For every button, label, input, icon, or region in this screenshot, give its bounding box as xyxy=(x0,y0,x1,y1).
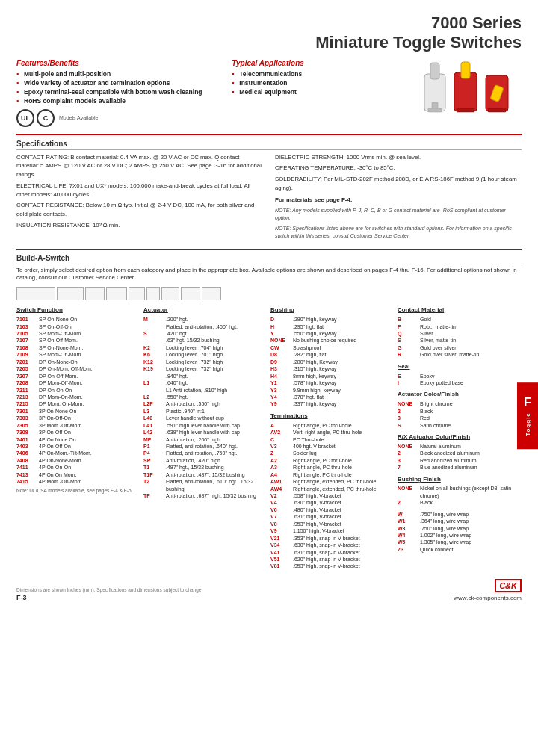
desc: .631" high, snap-in V-bracket xyxy=(293,549,360,556)
code: W1 xyxy=(398,518,418,524)
code: D xyxy=(270,316,291,323)
desc: 4P On-Off-On xyxy=(39,443,71,450)
act-S: S.420" hgt. xyxy=(143,330,268,337)
term-A4: A4Right angle, PC thru-hole xyxy=(270,471,395,478)
desc: DP On-Off-Mom. xyxy=(39,373,78,379)
cm-P: PRobt., matte-tin xyxy=(398,323,522,330)
desc: Flatted, anti rotation, .750" hgt. xyxy=(166,450,238,456)
specs-grid: CONTACT RATING: B contact material: 0.4 … xyxy=(16,153,522,243)
code: W xyxy=(398,511,418,518)
desc: DP On-Mom. Off-Mom. xyxy=(39,365,93,372)
desc: SP Mom-Off-Mom. xyxy=(39,330,82,337)
svg-rect-1 xyxy=(430,63,439,79)
code: AW4 xyxy=(270,486,291,492)
code: E xyxy=(398,373,418,379)
ck-logo: C&K xyxy=(495,579,522,592)
option-7101: 7101SP On-None-On xyxy=(16,316,140,323)
desc: Satin chrome xyxy=(420,422,451,429)
option-7303: 73033P On-Off-On xyxy=(16,415,140,421)
option-7401: 74014P On None On xyxy=(16,436,140,443)
code: 7205 xyxy=(16,365,37,372)
bush-Y: Y.550" high, keyway xyxy=(270,330,395,337)
bushing-term-col: Bushing D.280" high, keyway H.295" hgt. … xyxy=(270,306,395,569)
option-7408: 74084P On-None-Mom. xyxy=(16,457,140,464)
desc: Black anodized aluminum xyxy=(420,450,480,456)
code xyxy=(143,337,164,344)
bushing-finish-title: Bushing Finish xyxy=(398,476,522,484)
code: 7308 xyxy=(16,429,37,436)
spec-electrical-life: ELECTRICAL LIFE: 7X01 and UX* models: 10… xyxy=(16,182,263,199)
app-item: Medical equipment xyxy=(232,88,402,96)
desc: SP On-None-On xyxy=(39,316,77,323)
desc: Gold xyxy=(420,316,431,323)
code: Y3 xyxy=(270,387,291,394)
act-T1: T1.487" hgt., 15/32 bushing xyxy=(143,464,268,471)
code: C xyxy=(270,436,291,443)
code: V7 xyxy=(270,513,291,520)
desc: Locking lever, .732" high xyxy=(166,365,223,372)
desc: DP On-On-On xyxy=(39,387,72,394)
act-K6: K6Locking lever, .701" high xyxy=(143,351,268,358)
spec-dielectric: DIELECTRIC STRENGTH: 1000 Vrms min. @ se… xyxy=(275,153,522,162)
desc: .578" high, keyway xyxy=(293,379,337,386)
code: T1P xyxy=(143,471,164,478)
desc: 1.305" long, wire wrap xyxy=(420,539,471,545)
desc: Black xyxy=(420,408,433,415)
ww-Z3: Z3Quick connect xyxy=(398,546,522,553)
seal-I: IEpoxy potted base xyxy=(398,379,522,386)
spec-solderability: SOLDERABILITY: Per MIL-STD-202F method 2… xyxy=(275,175,522,192)
desc: .840" hgt. xyxy=(166,373,188,379)
act-T1P: T1PAnti-rotation, .487", 15/32 bushing xyxy=(143,471,268,478)
code: M xyxy=(143,316,164,323)
specs-heading: Specifications xyxy=(16,140,522,150)
desc: Flatted, anti-rotation, .640" hgt. xyxy=(166,443,238,450)
build-box-rox xyxy=(181,287,200,300)
term-V7: V7.631" high, V-bracket xyxy=(270,513,395,520)
desc: .282" high, flat xyxy=(293,351,327,358)
option-7107: 7107SP On-Off-Mom. xyxy=(16,337,140,344)
desc: Gold over silver, matte-tin xyxy=(420,351,479,358)
option-7413: 74134P On On Mom. xyxy=(16,471,140,478)
specs-section: Specifications CONTACT RATING: B contact… xyxy=(16,140,522,243)
spec-note-2: NOTE: Specifications listed above are fo… xyxy=(275,225,522,241)
desc: 4P On None On xyxy=(39,436,76,443)
code: Y4 xyxy=(270,394,291,400)
code: R xyxy=(398,351,418,358)
act-flat450: Flatted, anti-rotation, .450" hgt. xyxy=(143,323,268,330)
build-box-actuator xyxy=(57,287,84,300)
code: 7101 xyxy=(16,316,37,323)
wire-wrap-subsection: W.750" long, wire wrap W1.364" long, wir… xyxy=(398,511,522,554)
cm-S: SSilver, matte-tin xyxy=(398,337,522,344)
footer-note: Dimensions are shown Inches (mm). Specif… xyxy=(16,587,202,592)
divider-2 xyxy=(16,249,522,250)
desc: Locking lever, .704" high xyxy=(166,344,223,351)
code: H3 xyxy=(270,365,291,372)
code: V34 xyxy=(270,542,291,548)
act-P1: P1Flatted, anti-rotation, .640" hgt. xyxy=(143,443,268,450)
desc: Silver, matte-tin xyxy=(420,337,456,344)
desc: .280" high, keyway xyxy=(293,316,337,323)
divider-1 xyxy=(16,134,522,135)
code: 2 xyxy=(398,450,418,456)
code: L40 xyxy=(143,415,164,421)
code: 2 xyxy=(398,408,418,415)
act-MP: MPAnti-rotation, .200" high xyxy=(143,436,268,443)
spec-insulation: INSULATION RESISTANCE: 10⁹ Ω min. xyxy=(16,221,263,230)
bush-H: H.295" hgt. flat xyxy=(270,323,395,330)
code: H4 xyxy=(270,373,291,379)
desc: .550" high, keyway xyxy=(293,330,337,337)
desc: .638" high lever handle with cap xyxy=(166,429,240,436)
svg-rect-6 xyxy=(457,108,474,112)
ww-W: W.750" long, wire wrap xyxy=(398,511,522,518)
desc: Black xyxy=(420,499,433,506)
actuator-color-title: Actuator Color/Finish xyxy=(398,391,522,399)
code: 7408 xyxy=(16,457,37,464)
code: Z3 xyxy=(398,546,418,553)
option-7305: 73053P Mom.-Off-Mom. xyxy=(16,422,140,429)
code: V9 xyxy=(270,527,291,534)
desc: .953" high, snap-in V-bracket xyxy=(293,563,360,569)
rox-7: 7Blue anodized aluminum xyxy=(398,464,522,471)
code: 7207 xyxy=(16,373,37,379)
desc: DP Mom-On-Mom. xyxy=(39,394,83,400)
typical-apps-list: Telecommunications Instrumentation Medic… xyxy=(232,70,402,96)
